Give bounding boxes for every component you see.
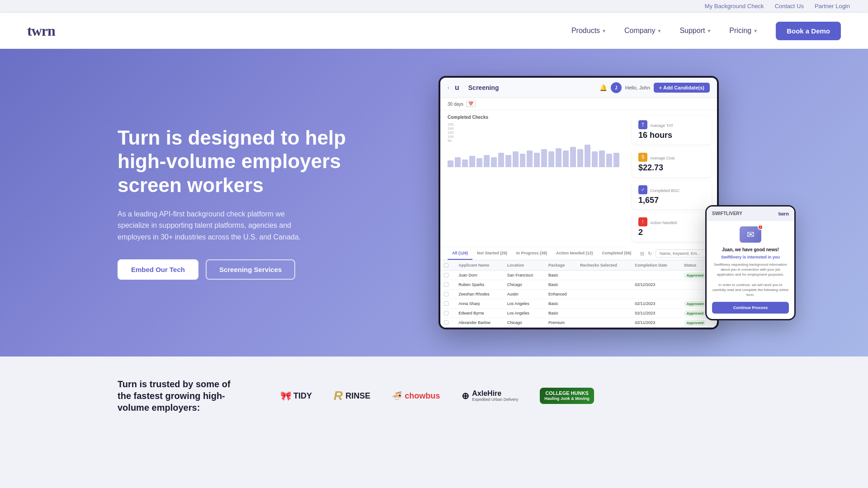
col-checkbox [440,260,455,271]
bar-16 [556,148,561,168]
back-icon: ‹ [448,84,449,91]
partner-login-link[interactable]: Partner Login [815,3,850,9]
stat-cards: T Average TAT 16 hours $ Average Cost $2… [627,110,717,247]
candidate-package: Premium [545,318,576,328]
bar-23 [606,154,612,167]
rinse-r-icon: R [334,389,343,403]
tab-completed[interactable]: Completed (56) [598,247,636,260]
bar-19 [577,149,583,167]
bar-3 [462,160,468,168]
candidate-name: Edward Byrne [455,309,503,318]
support-chevron-icon: ▼ [707,28,711,33]
bar-17 [563,150,569,168]
tidy-bow-icon: 🎀 [280,390,292,401]
bar-5 [476,158,482,167]
nav-links: Products ▼ Company ▼ Support ▼ Pricing ▼… [564,22,841,40]
stats-and-chart: Completed Checks 25020015010050 [440,110,717,247]
my-background-check-link[interactable]: My Background Check [705,3,764,9]
bar-13 [534,153,540,168]
table-row[interactable]: Alexander Barlow Chicago Premium 02/11/2… [440,318,717,328]
table-row[interactable]: Ruben Sparks Chicago Basic 02/12/2023 [440,280,717,290]
mobile-card-header: SWIFTLIVERY twrn [707,206,794,221]
tidy-logo: 🎀 TIDY [280,390,312,401]
bar-24 [613,153,619,168]
action-needed-value: 2 [638,228,705,237]
filter-icon[interactable]: ⊟ [640,251,644,257]
chowbus-logo: 🍜 chowbus [392,391,440,401]
completion-date: 02/11/2023 [631,309,680,318]
status-badge: Approved [684,301,706,307]
candidate-location: Los Angeles [504,299,545,309]
refresh-icon[interactable]: ↻ [648,251,652,257]
candidate-name: Anna Sharp [455,299,503,309]
mobile-card-body-text: Swiftlivery requesting background inform… [712,262,789,297]
brand-logos: 🎀 TIDY R RINSE 🍜 chowbus ⊕ AxleHire Expe… [280,388,594,404]
dashboard-mockup: ‹ u Screening 🔔 J Hello, John + Add Cand… [439,76,719,329]
table-row[interactable]: Juan Dorn San Francisco Basic Approved [440,271,717,280]
nav-company[interactable]: Company ▼ [617,23,669,38]
mobile-card-overlay: SWIFTLIVERY twrn 1 Juan, we have good ne… [705,205,796,320]
bar-18 [570,147,576,167]
tab-all[interactable]: All (129) [448,247,472,260]
tab-not-started[interactable]: Not Started (29) [472,247,512,260]
chart-y-axis: 25020015010050 [448,122,619,143]
company-chevron-icon: ▼ [657,28,661,33]
completed-bgc-label: Completed BGC [650,188,680,193]
bar-21 [592,151,598,167]
embed-our-tech-button[interactable]: Embed Our Tech [118,259,198,280]
tab-action-needed[interactable]: Action Needed (12) [552,247,598,260]
chowbus-icon: 🍜 [392,391,402,401]
partner-brand-name: SWIFTLIVERY [712,211,742,216]
table-actions: ⊟ ↻ [640,247,710,260]
nav-pricing[interactable]: Pricing ▼ [722,23,765,38]
candidate-package: Basic [545,271,576,280]
collegehunks-logo: COLLEGE HUNKS Hauling Junk & Moving [540,388,594,404]
col-location: Location [504,260,545,271]
nav-products[interactable]: Products ▼ [564,23,613,38]
candidate-package: Enhanced [545,290,576,299]
bar-6 [484,155,490,168]
axlehire-icon: ⊕ [462,390,469,401]
candidate-location: Chicago [504,280,545,290]
utility-bar: My Background Check Contact Us Partner L… [0,0,868,13]
user-greeting: Hello, John [625,85,650,90]
book-demo-button[interactable]: Book a Demo [776,22,841,40]
candidate-location: Chicago [504,318,545,328]
table-row[interactable]: Zeeshan Rhodes Austin Enhanced [440,290,717,299]
add-candidate-button[interactable]: + Add Candidate(s) [654,83,710,93]
candidate-package: Basic [545,280,576,290]
candidate-name: Alexander Barlow [455,318,503,328]
table-row[interactable]: Edward Byrne Los Angeles Basic 02/11/202… [440,309,717,318]
table-row[interactable]: Anna Sharp Los Angeles Basic 02/11/2023 … [440,299,717,309]
date-range: 30 days 📅 [440,98,717,110]
avg-cost-card: $ Average Cost $22.73 [632,148,712,177]
contact-us-link[interactable]: Contact Us [775,3,804,9]
continue-process-button[interactable]: Continue Process [712,302,789,314]
rinse-logo: R RINSE [334,389,370,403]
completed-bgc-icon: ✓ [638,185,647,194]
col-package: Package [545,260,576,271]
bar-20 [585,145,590,167]
products-chevron-icon: ▼ [602,28,606,33]
hero-content: Turn is designed to help high-volume emp… [118,126,353,280]
hero-title: Turn is designed to help high-volume emp… [118,126,353,197]
status-badge: Approved [684,272,706,278]
avg-tat-icon: T [638,120,647,129]
screening-services-button[interactable]: Screening Services [206,259,295,280]
tab-in-progress[interactable]: In Progress (38) [512,247,552,260]
bar-2 [455,157,461,168]
user-avatar: J [611,82,622,93]
site-logo[interactable]: twrn [27,23,55,39]
action-needed-icon: ! [638,217,647,226]
search-input[interactable] [656,249,710,258]
nav-support[interactable]: Support ▼ [672,23,718,38]
avg-tat-card: T Average TAT 16 hours [632,116,712,145]
status-badge: Approved [684,310,706,316]
dashboard-header: ‹ u Screening 🔔 J Hello, John + Add Cand… [440,78,717,98]
notification-badge: 1 [758,225,763,230]
data-table-container: Applicant Name Location Package Rechecks… [440,260,717,328]
calendar-icon[interactable]: 📅 [466,101,476,107]
bar-4 [469,156,475,167]
hero-section: Turn is designed to help high-volume emp… [0,49,868,357]
completed-bgc-value: 1,657 [638,196,705,205]
